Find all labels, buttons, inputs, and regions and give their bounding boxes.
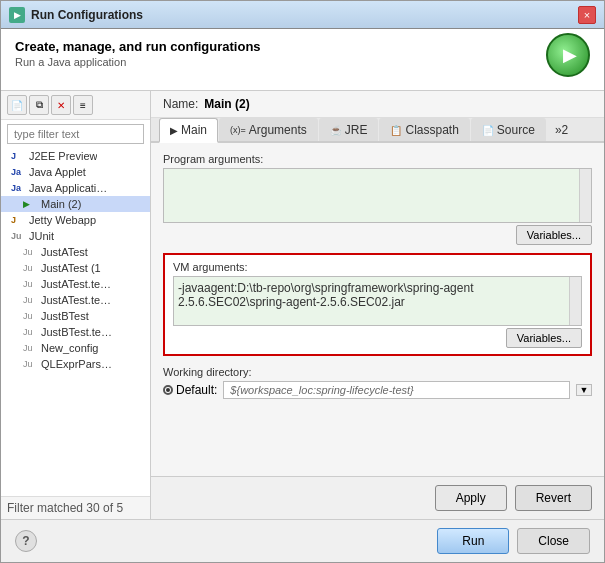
junit-item-icon: Ju: [23, 295, 37, 305]
sidebar-item-new-config[interactable]: Ju New_config: [1, 340, 150, 356]
vm-args-variables-button[interactable]: Variables...: [506, 328, 582, 348]
help-button[interactable]: ?: [15, 530, 37, 552]
junit-icon: Ju: [11, 231, 25, 241]
tab-main-label: Main: [181, 123, 207, 137]
vm-args-scrollbar[interactable]: [569, 277, 581, 325]
j2ee-icon: J: [11, 151, 25, 161]
window-icon: ▶: [9, 7, 25, 23]
sidebar-item-qlexpr[interactable]: Ju QLExprPars…: [1, 356, 150, 372]
filter-status: Filter matched 30 of 5: [7, 501, 123, 515]
title-bar-left: ▶ Run Configurations: [9, 7, 143, 23]
applet-icon: Ja: [11, 167, 25, 177]
sidebar-item-label: JustATest.te…: [41, 278, 111, 290]
working-dir-section: Working directory: Default: ▼: [163, 366, 592, 399]
junit-item-icon: Ju: [23, 343, 37, 353]
sidebar-item-just-a-test-1[interactable]: Ju JustATest (1: [1, 260, 150, 276]
help-icon: ?: [22, 534, 29, 548]
sidebar-item-just-a-test-te2[interactable]: Ju JustATest.te…: [1, 292, 150, 308]
jetty-icon: J: [11, 215, 25, 225]
title-bar: ▶ Run Configurations ×: [1, 1, 604, 29]
detail-panel: Name: Main (2) ▶ Main (x)= Arguments ☕ J…: [151, 91, 604, 519]
program-args-section: Program arguments: Variables...: [163, 153, 592, 245]
sidebar-item-applet[interactable]: Ja Java Applet: [1, 164, 150, 180]
program-args-area[interactable]: [163, 168, 592, 223]
header-title: Create, manage, and run configurations: [15, 39, 590, 54]
filter-input[interactable]: [7, 124, 144, 144]
name-value: Main (2): [204, 97, 249, 111]
run-close-row: Run Close: [437, 528, 590, 554]
sidebar-item-label: JustATest (1: [41, 262, 101, 274]
java-app-icon: Ja: [11, 183, 25, 193]
sidebar-item-label: Java Applicati…: [29, 182, 107, 194]
tab-classpath[interactable]: 📋 Classpath: [379, 118, 469, 141]
sidebar-item-label: JUnit: [29, 230, 54, 242]
classpath-tab-icon: 📋: [390, 125, 402, 136]
sidebar-item-java-app[interactable]: Ja Java Applicati…: [1, 180, 150, 196]
sidebar-item-just-a-test[interactable]: Ju JustATest: [1, 244, 150, 260]
sidebar-item-label: J2EE Preview: [29, 150, 97, 162]
window-title: Run Configurations: [31, 8, 143, 22]
program-args-variables-button[interactable]: Variables...: [516, 225, 592, 245]
tab-source[interactable]: 📄 Source: [471, 118, 546, 141]
sidebar-item-jetty[interactable]: J Jetty Webapp: [1, 212, 150, 228]
tab-arguments[interactable]: (x)= Arguments: [219, 118, 318, 141]
source-tab-icon: 📄: [482, 125, 494, 136]
vm-args-btn-row: Variables...: [173, 328, 582, 348]
duplicate-config-button[interactable]: ⧉: [29, 95, 49, 115]
working-dir-row: Default: ▼: [163, 381, 592, 399]
arguments-tab-icon: (x)=: [230, 125, 246, 135]
sidebar-item-just-a-test-te1[interactable]: Ju JustATest.te…: [1, 276, 150, 292]
tab-main[interactable]: ▶ Main: [159, 118, 218, 143]
new-config-button[interactable]: 📄: [7, 95, 27, 115]
sidebar-toolbar: 📄 ⧉ ✕ ≡: [1, 91, 150, 120]
detail-body: Program arguments: Variables... VM argum…: [151, 143, 604, 476]
working-dir-dropdown[interactable]: ▼: [576, 384, 592, 396]
default-radio-text: Default:: [176, 383, 217, 397]
program-args-btn-row: Variables...: [163, 225, 592, 245]
tab-classpath-label: Classpath: [405, 123, 458, 137]
sidebar-list: J J2EE Preview Ja Java Applet Ja Java Ap…: [1, 148, 150, 496]
sidebar-item-label: New_config: [41, 342, 98, 354]
sidebar-item-main2[interactable]: ▶ Main (2): [1, 196, 150, 212]
working-dir-label: Working directory:: [163, 366, 592, 378]
sidebar: 📄 ⧉ ✕ ≡ J J2EE Preview Ja Java Applet Ja…: [1, 91, 151, 519]
junit-item-icon: Ju: [23, 263, 37, 273]
vm-args-section: VM arguments: -javaagent:D:\tb-repo\org\…: [163, 253, 592, 356]
tabs-row: ▶ Main (x)= Arguments ☕ JRE 📋 Classpath …: [151, 118, 604, 143]
revert-button[interactable]: Revert: [515, 485, 592, 511]
sidebar-item-just-b-test[interactable]: Ju JustBTest: [1, 308, 150, 324]
tab-jre[interactable]: ☕ JRE: [319, 118, 379, 141]
sidebar-item-label: Java Applet: [29, 166, 86, 178]
sidebar-item-just-b-test-te[interactable]: Ju JustBTest.te…: [1, 324, 150, 340]
sidebar-item-label: JustBTest: [41, 310, 89, 322]
detail-footer: Apply Revert: [151, 476, 604, 519]
name-label: Name:: [163, 97, 198, 111]
sidebar-item-junit[interactable]: Ju JUnit: [1, 228, 150, 244]
window-close-button[interactable]: ×: [578, 6, 596, 24]
sidebar-item-label: JustATest.te…: [41, 294, 111, 306]
vm-args-area[interactable]: -javaagent:D:\tb-repo\org\springframewor…: [173, 276, 582, 326]
junit-item-icon: Ju: [23, 327, 37, 337]
tab-jre-label: JRE: [345, 123, 368, 137]
detail-header: Name: Main (2): [151, 91, 604, 118]
run-button[interactable]: Run: [437, 528, 509, 554]
junit-item-icon: Ju: [23, 279, 37, 289]
run-button-header[interactable]: [546, 33, 590, 77]
tab-source-label: Source: [497, 123, 535, 137]
default-radio-label[interactable]: Default:: [163, 383, 217, 397]
main-tab-icon: ▶: [170, 125, 178, 136]
bottom-bar: ? Run Close: [1, 519, 604, 562]
program-args-scrollbar[interactable]: [579, 169, 591, 222]
working-dir-input[interactable]: [223, 381, 570, 399]
apply-button[interactable]: Apply: [435, 485, 507, 511]
close-button[interactable]: Close: [517, 528, 590, 554]
sidebar-item-j2ee[interactable]: J J2EE Preview: [1, 148, 150, 164]
program-args-label: Program arguments:: [163, 153, 592, 165]
run-configurations-window: ▶ Run Configurations × Create, manage, a…: [0, 0, 605, 563]
sidebar-item-label: Main (2): [41, 198, 81, 210]
junit-item-icon: Ju: [23, 311, 37, 321]
tab-overflow[interactable]: »2: [547, 119, 576, 141]
default-radio-button[interactable]: [163, 385, 173, 395]
delete-config-button[interactable]: ✕: [51, 95, 71, 115]
filter-button[interactable]: ≡: [73, 95, 93, 115]
